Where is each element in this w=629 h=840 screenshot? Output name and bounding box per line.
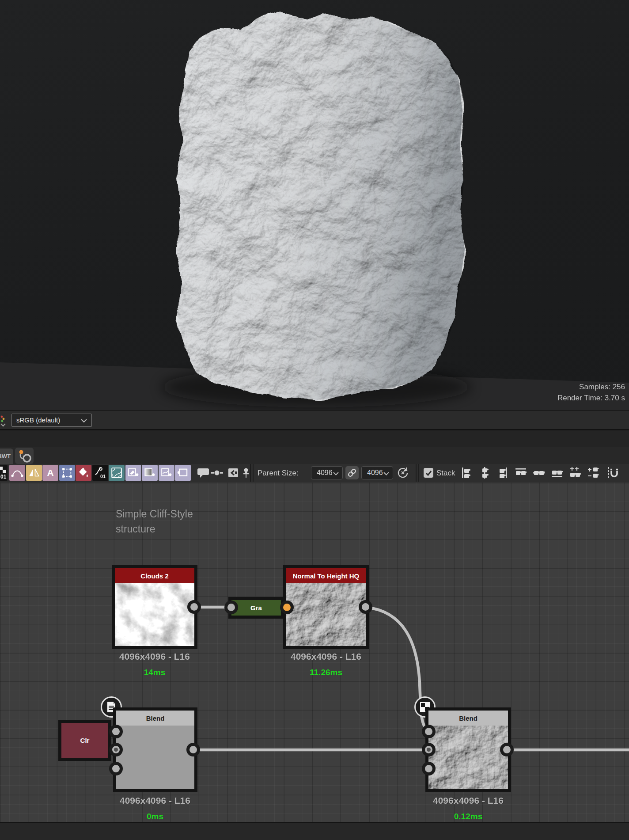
- distribute-vertical-icon[interactable]: [587, 467, 599, 479]
- graph-tab[interactable]: BWT: [0, 449, 13, 464]
- bezier-curve-glyph: [11, 466, 24, 479]
- node-clouds2-header: Clouds 2: [115, 568, 194, 583]
- distribute-horizontal-icon[interactable]: [569, 467, 581, 479]
- samples-readout: Samples: 256: [557, 381, 625, 392]
- node-clouds2-size: 4096x4096 - L16: [88, 651, 221, 662]
- instance-link-icon: [15, 448, 34, 464]
- tile-random-icon[interactable]: [109, 465, 125, 481]
- svg-text:01: 01: [100, 474, 106, 479]
- parent-height-value: 4096: [367, 469, 383, 476]
- flood-fill-glyph: [77, 466, 90, 479]
- align-left-icon[interactable]: [461, 467, 472, 479]
- graph-tab-label: BWT: [0, 453, 11, 460]
- node-blend-right-time: 0.12ms: [402, 812, 534, 821]
- colorspace-bar: sRGB (default): [0, 410, 629, 430]
- parent-width-value: 4096: [317, 469, 333, 476]
- align-right-icon[interactable]: [497, 467, 508, 479]
- chevron-down-icon: [383, 472, 389, 475]
- blend-left-input-middle[interactable]: [109, 743, 123, 756]
- gradient-dot-glyph: [143, 466, 156, 479]
- blend-right-input-top[interactable]: [422, 725, 436, 738]
- blend-right-input-middle[interactable]: [422, 743, 436, 756]
- gradient-input-connector[interactable]: [224, 601, 238, 614]
- node-normal-to-height[interactable]: Normal To Height HQ: [283, 565, 369, 649]
- parent-height-select[interactable]: 4096: [361, 466, 393, 479]
- toolbar-separator: [250, 464, 254, 482]
- dot-node-icon[interactable]: [211, 468, 223, 478]
- node-blend-right[interactable]: Blend: [425, 707, 511, 792]
- reset-size-button[interactable]: [396, 466, 409, 479]
- n2h-output-connector[interactable]: [359, 600, 372, 614]
- clouds2-output-connector[interactable]: [187, 600, 201, 614]
- graph-bottom-strip: [0, 822, 629, 840]
- parent-width-select[interactable]: 4096: [311, 466, 343, 479]
- node-n2h-title: Normal To Height HQ: [293, 572, 360, 580]
- node-blend-left-title: Blend: [146, 715, 165, 722]
- chevron-down-icon: [81, 419, 87, 423]
- colorspace-select[interactable]: sRGB (default): [11, 414, 92, 427]
- reset-icon: [397, 467, 409, 479]
- shape-mirror-glyph: [27, 466, 41, 479]
- graph-comment[interactable]: Simple Cliff-Style structure: [116, 506, 193, 536]
- frame-dot-glyph: [176, 466, 189, 479]
- render-stats: Samples: 256 Render Time: 3.70 s: [557, 381, 625, 403]
- comment-line-1: Simple Cliff-Style: [116, 506, 193, 521]
- uniform-color-dot-icon[interactable]: [125, 465, 141, 481]
- node-blend-right-header: Blend: [428, 711, 508, 726]
- uniform-color-dot-glyph: [127, 466, 140, 479]
- link-size-button[interactable]: [345, 466, 359, 479]
- node-blend-right-size: 4096x4096 - L16: [402, 795, 534, 806]
- blend-left-input-bottom[interactable]: [109, 762, 123, 775]
- comment-icon[interactable]: [197, 468, 210, 478]
- frame-dot-icon[interactable]: [175, 465, 191, 481]
- node-clr[interactable]: Clr: [58, 720, 111, 761]
- node-gradient-title: Gra: [250, 604, 262, 612]
- n2h-input-connector-selected[interactable]: [280, 601, 294, 614]
- bezier-curve-icon[interactable]: [9, 465, 25, 481]
- bitmap-01-icon[interactable]: 01: [0, 465, 8, 481]
- flood-fill-icon[interactable]: [76, 465, 91, 481]
- svg-text:01: 01: [0, 474, 7, 480]
- bitmap-01-glyph: 01: [0, 465, 8, 481]
- graph-tab-row: BWT: [0, 447, 629, 464]
- node-blend-left[interactable]: Blend: [113, 707, 197, 792]
- align-middle-horizontal-icon[interactable]: [533, 467, 545, 479]
- rock-form-shading: [176, 11, 465, 400]
- transform-2d-icon[interactable]: [59, 465, 75, 481]
- render-viewport[interactable]: Samples: 256 Render Time: 3.70 s: [0, 0, 629, 410]
- node-clouds2[interactable]: Clouds 2: [112, 565, 197, 649]
- node-blend-left-time: 0ms: [89, 812, 221, 821]
- node-blend-left-size: 4096x4096 - L16: [89, 795, 221, 806]
- blend-left-output-connector[interactable]: [186, 743, 200, 756]
- curve-01-icon[interactable]: 01: [92, 465, 108, 481]
- instance-link-button[interactable]: [15, 448, 34, 464]
- gradient-dot-icon[interactable]: [142, 465, 158, 481]
- curve-01-glyph: 01: [93, 466, 107, 480]
- chevron-down-icon: [333, 472, 339, 475]
- curve-dot-glyph: [160, 466, 173, 479]
- snap-magnet-icon[interactable]: [606, 467, 618, 479]
- curve-dot-icon[interactable]: [159, 465, 174, 481]
- rendered-rock-scene: [0, 0, 629, 410]
- align-bottom-icon[interactable]: [551, 467, 563, 479]
- tile-random-glyph: [110, 466, 123, 479]
- transform-2d-glyph: [61, 466, 74, 479]
- text-node-icon[interactable]: A: [42, 465, 58, 481]
- stack-label: Stack: [436, 469, 455, 478]
- color-profile-icon[interactable]: [0, 414, 8, 427]
- blend-right-output-connector[interactable]: [500, 743, 514, 756]
- align-center-vertical-icon[interactable]: [479, 467, 490, 479]
- node-blend-right-title: Blend: [459, 715, 477, 722]
- node-n2h-header: Normal To Height HQ: [286, 568, 366, 583]
- node-n2h-time: 11.26ms: [260, 668, 392, 677]
- stack-checkbox[interactable]: [424, 468, 433, 478]
- node-blend-left-thumbnail: [116, 726, 194, 789]
- substance-designer-window: Samples: 256 Render Time: 3.70 s sRGB (d…: [0, 0, 629, 840]
- align-top-icon[interactable]: [515, 467, 527, 479]
- shape-mirror-icon[interactable]: [26, 465, 42, 481]
- node-clouds2-thumbnail: [115, 583, 194, 646]
- node-blend-left-header: Blend: [116, 711, 194, 726]
- blend-left-input-top[interactable]: [109, 725, 123, 738]
- blend-right-input-bottom[interactable]: [422, 762, 436, 775]
- frame-icon[interactable]: [227, 468, 239, 478]
